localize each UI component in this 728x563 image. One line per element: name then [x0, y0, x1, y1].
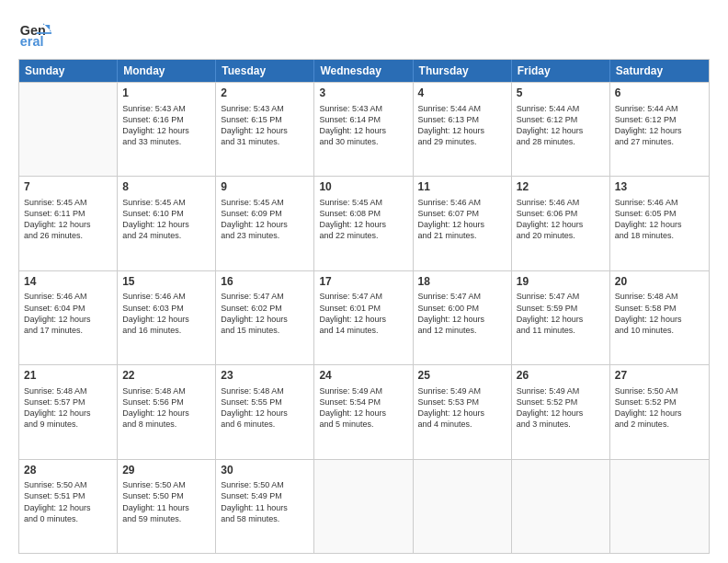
calendar-cell: 4Sunrise: 5:44 AM Sunset: 6:13 PM Daylig… — [414, 83, 512, 176]
calendar-cell: 2Sunrise: 5:43 AM Sunset: 6:15 PM Daylig… — [216, 83, 314, 176]
day-number: 22 — [122, 369, 210, 384]
day-number: 15 — [122, 275, 210, 290]
calendar-cell — [19, 83, 118, 176]
header: Gen eral — [18, 17, 710, 50]
calendar-cell: 30Sunrise: 5:50 AM Sunset: 5:49 PM Dayli… — [216, 460, 314, 553]
calendar-cell: 9Sunrise: 5:45 AM Sunset: 6:09 PM Daylig… — [216, 177, 314, 270]
calendar-cell — [314, 460, 413, 553]
calendar: SundayMondayTuesdayWednesdayThursdayFrid… — [18, 59, 710, 554]
calendar-cell: 29Sunrise: 5:50 AM Sunset: 5:50 PM Dayli… — [118, 460, 216, 553]
day-number: 7 — [24, 180, 112, 195]
calendar-cell: 7Sunrise: 5:45 AM Sunset: 6:11 PM Daylig… — [19, 177, 118, 270]
calendar-cell: 17Sunrise: 5:47 AM Sunset: 6:01 PM Dayli… — [314, 271, 413, 364]
day-number: 27 — [615, 369, 704, 384]
page: Gen eral SundayMondayTuesdayWednesdayThu… — [0, 0, 728, 563]
day-number: 25 — [418, 369, 506, 384]
day-number: 17 — [319, 275, 407, 290]
weekday-header: Tuesday — [216, 60, 314, 82]
day-number: 30 — [221, 464, 309, 478]
weekday-header: Saturday — [610, 60, 709, 82]
calendar-cell: 26Sunrise: 5:49 AM Sunset: 5:52 PM Dayli… — [512, 365, 610, 458]
calendar-body: 1Sunrise: 5:43 AM Sunset: 6:16 PM Daylig… — [19, 82, 709, 553]
day-number: 19 — [517, 275, 605, 290]
day-info: Sunrise: 5:47 AM Sunset: 6:01 PM Dayligh… — [319, 291, 407, 336]
day-info: Sunrise: 5:45 AM Sunset: 6:08 PM Dayligh… — [319, 197, 407, 242]
day-number: 13 — [615, 180, 704, 195]
day-info: Sunrise: 5:50 AM Sunset: 5:52 PM Dayligh… — [615, 385, 704, 431]
day-number: 16 — [221, 275, 309, 290]
day-info: Sunrise: 5:43 AM Sunset: 6:15 PM Dayligh… — [221, 103, 309, 148]
calendar-header: SundayMondayTuesdayWednesdayThursdayFrid… — [19, 60, 709, 82]
day-number: 1 — [122, 86, 210, 101]
day-number: 3 — [319, 86, 407, 101]
logo-icon: Gen eral — [18, 17, 51, 50]
day-number: 24 — [319, 369, 407, 384]
calendar-cell: 1Sunrise: 5:43 AM Sunset: 6:16 PM Daylig… — [118, 83, 216, 176]
calendar-cell: 21Sunrise: 5:48 AM Sunset: 5:57 PM Dayli… — [19, 365, 118, 458]
day-info: Sunrise: 5:50 AM Sunset: 5:50 PM Dayligh… — [122, 479, 210, 524]
day-info: Sunrise: 5:49 AM Sunset: 5:54 PM Dayligh… — [319, 385, 407, 431]
day-number: 20 — [615, 275, 704, 290]
calendar-cell: 11Sunrise: 5:46 AM Sunset: 6:07 PM Dayli… — [414, 177, 512, 270]
day-number: 8 — [122, 180, 210, 195]
day-info: Sunrise: 5:46 AM Sunset: 6:07 PM Dayligh… — [418, 197, 506, 242]
day-info: Sunrise: 5:48 AM Sunset: 5:55 PM Dayligh… — [221, 385, 309, 431]
day-number: 4 — [418, 86, 506, 101]
calendar-row: 14Sunrise: 5:46 AM Sunset: 6:04 PM Dayli… — [19, 270, 709, 364]
day-number: 6 — [615, 86, 704, 101]
calendar-cell: 6Sunrise: 5:44 AM Sunset: 6:12 PM Daylig… — [610, 83, 709, 176]
weekday-header: Monday — [118, 60, 216, 82]
calendar-cell: 19Sunrise: 5:47 AM Sunset: 5:59 PM Dayli… — [512, 271, 610, 364]
day-info: Sunrise: 5:46 AM Sunset: 6:05 PM Dayligh… — [615, 197, 704, 242]
logo: Gen eral — [18, 17, 55, 50]
day-info: Sunrise: 5:44 AM Sunset: 6:12 PM Dayligh… — [615, 103, 704, 148]
calendar-cell: 5Sunrise: 5:44 AM Sunset: 6:12 PM Daylig… — [512, 83, 610, 176]
day-info: Sunrise: 5:48 AM Sunset: 5:56 PM Dayligh… — [122, 385, 210, 431]
day-info: Sunrise: 5:45 AM Sunset: 6:11 PM Dayligh… — [24, 197, 112, 242]
day-info: Sunrise: 5:46 AM Sunset: 6:04 PM Dayligh… — [24, 291, 112, 336]
day-number: 2 — [221, 86, 309, 101]
calendar-cell: 20Sunrise: 5:48 AM Sunset: 5:58 PM Dayli… — [610, 271, 709, 364]
day-info: Sunrise: 5:49 AM Sunset: 5:52 PM Dayligh… — [517, 385, 605, 431]
calendar-cell — [414, 460, 512, 553]
calendar-cell: 10Sunrise: 5:45 AM Sunset: 6:08 PM Dayli… — [314, 177, 413, 270]
day-number: 5 — [517, 86, 605, 101]
day-info: Sunrise: 5:50 AM Sunset: 5:51 PM Dayligh… — [24, 479, 112, 524]
day-info: Sunrise: 5:45 AM Sunset: 6:10 PM Dayligh… — [122, 197, 210, 242]
day-number: 29 — [122, 464, 210, 478]
calendar-cell: 3Sunrise: 5:43 AM Sunset: 6:14 PM Daylig… — [314, 83, 413, 176]
weekday-header: Thursday — [414, 60, 512, 82]
day-info: Sunrise: 5:48 AM Sunset: 5:57 PM Dayligh… — [24, 385, 112, 431]
day-info: Sunrise: 5:47 AM Sunset: 6:00 PM Dayligh… — [418, 291, 506, 336]
day-info: Sunrise: 5:47 AM Sunset: 5:59 PM Dayligh… — [517, 291, 605, 336]
calendar-cell: 16Sunrise: 5:47 AM Sunset: 6:02 PM Dayli… — [216, 271, 314, 364]
day-info: Sunrise: 5:46 AM Sunset: 6:06 PM Dayligh… — [517, 197, 605, 242]
day-number: 21 — [24, 369, 112, 384]
calendar-cell: 25Sunrise: 5:49 AM Sunset: 5:53 PM Dayli… — [414, 365, 512, 458]
weekday-header: Sunday — [19, 60, 118, 82]
day-number: 11 — [418, 180, 506, 195]
calendar-cell — [512, 460, 610, 553]
calendar-cell: 12Sunrise: 5:46 AM Sunset: 6:06 PM Dayli… — [512, 177, 610, 270]
day-info: Sunrise: 5:43 AM Sunset: 6:16 PM Dayligh… — [122, 103, 210, 148]
weekday-header: Wednesday — [314, 60, 413, 82]
calendar-cell: 15Sunrise: 5:46 AM Sunset: 6:03 PM Dayli… — [118, 271, 216, 364]
day-info: Sunrise: 5:43 AM Sunset: 6:14 PM Dayligh… — [319, 103, 407, 148]
calendar-cell: 24Sunrise: 5:49 AM Sunset: 5:54 PM Dayli… — [314, 365, 413, 458]
day-number: 26 — [517, 369, 605, 384]
day-number: 12 — [517, 180, 605, 195]
calendar-cell: 23Sunrise: 5:48 AM Sunset: 5:55 PM Dayli… — [216, 365, 314, 458]
day-info: Sunrise: 5:47 AM Sunset: 6:02 PM Dayligh… — [221, 291, 309, 336]
day-number: 14 — [24, 275, 112, 290]
day-info: Sunrise: 5:46 AM Sunset: 6:03 PM Dayligh… — [122, 291, 210, 336]
calendar-cell — [610, 460, 709, 553]
day-info: Sunrise: 5:45 AM Sunset: 6:09 PM Dayligh… — [221, 197, 309, 242]
calendar-row: 7Sunrise: 5:45 AM Sunset: 6:11 PM Daylig… — [19, 176, 709, 270]
calendar-row: 28Sunrise: 5:50 AM Sunset: 5:51 PM Dayli… — [19, 459, 709, 553]
day-number: 23 — [221, 369, 309, 384]
calendar-row: 21Sunrise: 5:48 AM Sunset: 5:57 PM Dayli… — [19, 364, 709, 458]
day-info: Sunrise: 5:49 AM Sunset: 5:53 PM Dayligh… — [418, 385, 506, 431]
day-number: 18 — [418, 275, 506, 290]
svg-text:eral: eral — [20, 34, 44, 49]
day-number: 10 — [319, 180, 407, 195]
